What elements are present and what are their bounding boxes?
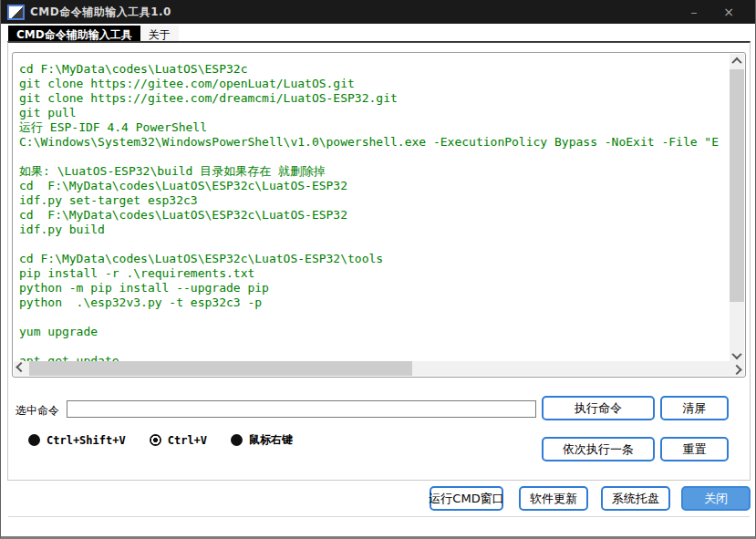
selected-command-label: 选中命令: [16, 403, 59, 419]
horizontal-scrollbar[interactable]: [14, 361, 744, 376]
vertical-scrollbar[interactable]: [730, 54, 744, 363]
chevron-left-icon: [16, 362, 26, 372]
window-title: CMD命令辅助输入工具1.0: [30, 5, 171, 20]
radio-ctrl-v[interactable]: Ctrl+V: [150, 434, 207, 447]
horizontal-scroll-thumb[interactable]: [29, 361, 412, 376]
bottom-divider: [8, 516, 750, 517]
run-cmd-window-button[interactable]: 运行CMD窗口: [430, 486, 503, 511]
radio-label: 鼠标右键: [249, 432, 293, 448]
vertical-scroll-thumb[interactable]: [730, 69, 744, 302]
scroll-right-button[interactable]: [730, 361, 744, 376]
reset-button[interactable]: 重置: [660, 437, 729, 461]
radio-mouse-right-click[interactable]: 鼠标右键: [231, 432, 293, 448]
paste-mode-radio-group: Ctrl+Shift+V Ctrl+V 鼠标右键: [28, 432, 316, 448]
chevron-up-icon: [731, 57, 741, 67]
clear-screen-button[interactable]: 清屏: [660, 396, 729, 420]
chevron-down-icon: [731, 349, 741, 359]
close-app-button[interactable]: 关闭: [681, 486, 751, 511]
chevron-right-icon: [731, 365, 741, 375]
scroll-up-button[interactable]: [730, 54, 744, 68]
command-input[interactable]: [67, 400, 536, 418]
radio-label: Ctrl+V: [168, 434, 207, 447]
titlebar: CMD命令辅助输入工具1.0 – ×: [1, 0, 755, 24]
minimize-button[interactable]: –: [680, 0, 708, 24]
radio-ctrl-shift-v[interactable]: Ctrl+Shift+V: [28, 434, 126, 447]
radio-icon: [28, 434, 40, 446]
radio-icon: [231, 434, 243, 446]
execute-one-by-one-button[interactable]: 依次执行一条: [542, 437, 655, 461]
system-tray-button[interactable]: 系统托盘: [601, 486, 670, 511]
app-icon: [7, 5, 25, 20]
scroll-left-button[interactable]: [14, 361, 28, 376]
close-window-button[interactable]: ×: [715, 0, 742, 24]
execute-command-button[interactable]: 执行命令: [542, 396, 655, 420]
terminal-output[interactable]: cd F:\MyData\codes\LuatOS\ESP32c git clo…: [14, 54, 730, 361]
software-update-button[interactable]: 软件更新: [519, 486, 588, 511]
radio-label: Ctrl+Shift+V: [47, 434, 126, 447]
radio-icon: [150, 434, 161, 446]
app-window: CMD命令辅助输入工具1.0 – × CMD命令辅助输入工具 关于 cd F:\…: [0, 0, 756, 539]
command-list-textarea[interactable]: cd F:\MyData\codes\LuatOS\ESP32c git clo…: [12, 52, 746, 378]
